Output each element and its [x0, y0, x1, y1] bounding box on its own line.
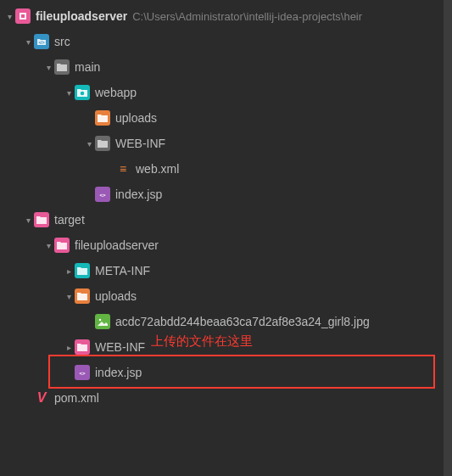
folder-icon [54, 59, 70, 75]
chevron-down-icon: ▾ [42, 63, 54, 72]
maven-file-icon: V [34, 390, 49, 406]
node-label: fileuploadserver [75, 238, 159, 252]
jsp-file-icon: <> [95, 187, 110, 202]
scrollbar[interactable] [444, 0, 452, 476]
node-label: WEB-INF [95, 340, 145, 354]
web-folder-icon [75, 85, 90, 100]
svg-point-3 [81, 92, 85, 96]
svg-rect-1 [21, 14, 25, 18]
tree-row-metainf[interactable]: ▸ META-INF [0, 258, 452, 283]
node-label: uploads [95, 289, 137, 303]
path-hint: C:\Users\Administrator\intellij-idea-pro… [132, 10, 362, 23]
tree-row-main[interactable]: ▾ main [0, 54, 452, 80]
node-label: index.jsp [95, 366, 142, 379]
folder-icon [34, 212, 49, 227]
jsp-file-icon: <> [75, 365, 90, 380]
source-folder-icon: </> [34, 34, 49, 49]
tree-row-uploaded-file[interactable]: ▾ acdc72abdd244beaa63ca7d2af8e3a24_girl8… [0, 309, 452, 334]
folder-icon [75, 288, 90, 304]
annotation-text: 上传的文件在这里 [151, 333, 253, 350]
tree-row-webxml[interactable]: ▾ ≡ web.xml [0, 156, 452, 182]
node-label: index.jsp [115, 188, 162, 201]
node-label: WEB-INF [115, 137, 165, 150]
xml-file-icon: ≡ [115, 161, 131, 176]
tree-row-indexjsp-src[interactable]: ▾ <> index.jsp [0, 182, 452, 207]
tree-row-src[interactable]: ▾ </> src [0, 29, 452, 54]
node-label: uploads [115, 111, 157, 125]
tree-row-webinf-src[interactable]: ▾ WEB-INF [0, 131, 452, 156]
folder-icon [75, 263, 90, 278]
tree-row-uploads-src[interactable]: ▾ uploads [0, 105, 452, 131]
chevron-down-icon: ▾ [3, 12, 15, 21]
tree-row-target[interactable]: ▾ target [0, 207, 452, 232]
module-icon [15, 8, 31, 24]
chevron-down-icon: ▾ [22, 37, 34, 47]
folder-icon [95, 110, 110, 126]
node-label: pom.xml [54, 391, 99, 405]
svg-text:<>: <> [79, 371, 86, 376]
node-label: webapp [95, 86, 137, 99]
chevron-right-icon: ▸ [63, 266, 75, 276]
chevron-down-icon: ▾ [42, 241, 54, 250]
tree-row-uploads-target[interactable]: ▾ uploads [0, 283, 452, 309]
node-label: META-INF [95, 264, 150, 277]
chevron-down-icon: ▾ [22, 216, 34, 225]
node-label: acdc72abdd244beaa63ca7d2af8e3a24_girl8.j… [115, 315, 370, 328]
svg-point-6 [99, 319, 101, 321]
svg-text:</>: </> [38, 40, 44, 45]
chevron-down-icon: ▾ [83, 139, 95, 148]
node-label: src [54, 35, 70, 48]
chevron-down-icon: ▾ [63, 292, 75, 301]
tree-row-indexjsp-target[interactable]: ▾ <> index.jsp [0, 360, 452, 385]
folder-icon [54, 238, 70, 253]
tree-row-fileuploadserver[interactable]: ▾ fileuploadserver [0, 232, 452, 258]
svg-text:<>: <> [99, 193, 106, 198]
node-label: fileuploadserver [36, 9, 127, 23]
folder-icon [75, 339, 90, 355]
folder-icon [95, 136, 110, 151]
tree-row-webapp[interactable]: ▾ webapp [0, 80, 452, 105]
node-label: web.xml [136, 162, 179, 176]
image-file-icon [95, 314, 110, 329]
node-label: target [54, 213, 85, 227]
node-label: main [75, 60, 100, 74]
tree-row-pomxml[interactable]: ▾ V pom.xml [0, 385, 452, 411]
chevron-down-icon: ▾ [63, 88, 75, 98]
tree-row-root[interactable]: ▾ fileuploadserver C:\Users\Administrato… [0, 3, 452, 29]
chevron-right-icon: ▸ [63, 343, 75, 352]
